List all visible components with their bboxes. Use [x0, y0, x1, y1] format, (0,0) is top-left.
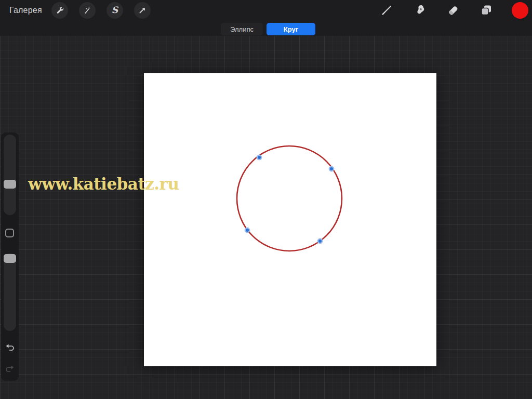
- active-color: [512, 2, 528, 19]
- snap-point[interactable]: [245, 228, 249, 232]
- gallery-button[interactable]: Галерея: [9, 6, 42, 15]
- color-swatch-button[interactable]: [512, 2, 528, 19]
- snap-point[interactable]: [257, 155, 261, 159]
- opacity-slider-handle[interactable]: [4, 254, 16, 263]
- sidebar: [1, 132, 19, 381]
- transform-arrow-icon: [138, 6, 147, 15]
- modify-button[interactable]: [5, 229, 14, 237]
- drawn-circle[interactable]: [237, 146, 342, 251]
- eraser-tool-button[interactable]: [445, 2, 461, 19]
- brush-size-slider[interactable]: [4, 135, 16, 215]
- wrench-icon: [55, 6, 64, 15]
- adjustments-button[interactable]: [79, 2, 96, 19]
- redo-icon: [5, 364, 15, 376]
- redo-button[interactable]: [4, 364, 16, 376]
- quickshape-ellipse-button[interactable]: Эллипс: [221, 23, 263, 35]
- layers-tool-button[interactable]: [478, 2, 495, 19]
- undo-icon: [5, 342, 15, 355]
- eraser-icon: [446, 4, 460, 17]
- magic-wand-icon: [83, 6, 92, 15]
- actions-button[interactable]: [51, 2, 68, 19]
- layers-icon: [480, 4, 493, 17]
- paintbrush-icon: [380, 4, 393, 17]
- snap-point[interactable]: [318, 239, 322, 243]
- smudge-icon: [413, 4, 427, 17]
- smudge-tool-button[interactable]: [411, 2, 428, 19]
- quickshape-drawing: [144, 73, 436, 366]
- top-toolbar: Галерея: [0, 0, 532, 36]
- brush-tool-button[interactable]: [378, 2, 395, 19]
- drawing-canvas[interactable]: [144, 73, 436, 366]
- app-screen: Галерея: [0, 0, 532, 399]
- opacity-slider[interactable]: [4, 253, 16, 331]
- transform-button[interactable]: [134, 2, 151, 19]
- quickshape-circle-button[interactable]: Круг: [267, 23, 315, 35]
- snap-point[interactable]: [329, 167, 334, 171]
- undo-button[interactable]: [4, 342, 16, 355]
- selection-s-icon: S: [112, 5, 118, 15]
- selection-button[interactable]: S: [107, 2, 123, 19]
- color-swatch-icon: [512, 2, 528, 19]
- brush-size-slider-handle[interactable]: [4, 180, 16, 189]
